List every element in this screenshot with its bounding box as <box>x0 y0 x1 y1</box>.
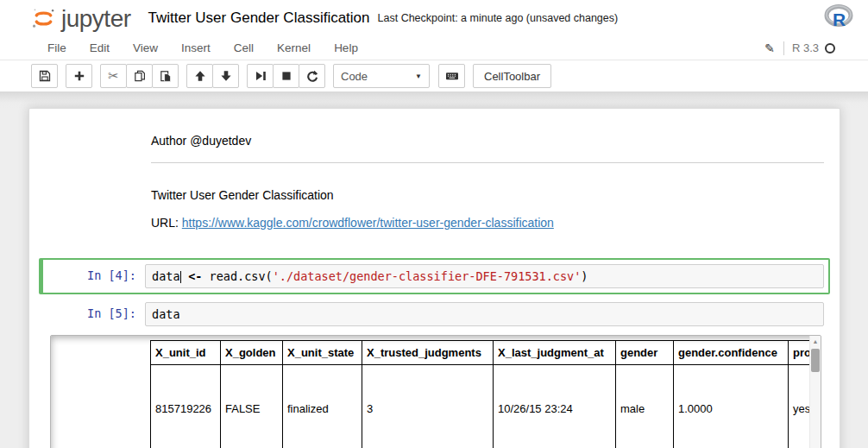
table-cell: 815719226 <box>151 365 221 448</box>
menu-file[interactable]: File <box>47 41 66 54</box>
code-assign-operator: <- <box>181 269 210 283</box>
table-cell: 10/26/15 23:24 <box>494 365 616 448</box>
url-line: URL: https://www.kaggle.com/crowdflower/… <box>151 216 824 230</box>
menu-edit[interactable]: Edit <box>90 41 110 54</box>
intro-title-text: Twitter User Gender Classification <box>151 188 824 202</box>
markdown-divider <box>151 162 824 163</box>
copy-cells-button[interactable] <box>126 64 153 88</box>
divider <box>783 41 784 55</box>
table-cell: male <box>616 365 674 448</box>
jupyter-logo-icon <box>30 5 57 32</box>
code-cell-4[interactable]: In [4]: data <- read.csv('./dataset/gend… <box>39 258 830 294</box>
col-header: X_unit_id <box>151 341 221 365</box>
dataframe-output-table: X_unit_id X_golden X_unit_state X_truste… <box>150 340 821 448</box>
celltoolbar-button[interactable]: CellToolbar <box>473 64 551 88</box>
table-row: 815719226 FALSE finalized 3 10/26/15 23:… <box>151 365 822 448</box>
col-header: gender.confidence <box>674 341 789 365</box>
scrollbar-thumb[interactable] <box>811 349 820 372</box>
app-chrome: jupyter Twitter User Gender Classificati… <box>0 0 868 91</box>
jupyter-logo-text: jupyter <box>61 6 131 32</box>
code-editor-5[interactable]: data <box>145 302 824 326</box>
save-button[interactable] <box>31 64 58 88</box>
scrollbar-up-arrow-icon[interactable]: ▲ <box>810 336 821 347</box>
kaggle-dataset-link[interactable]: https://www.kaggle.com/crowdflower/twitt… <box>182 216 554 230</box>
menu-help[interactable]: Help <box>334 41 358 54</box>
markdown-cell-intro[interactable]: Twitter User Gender Classification URL: … <box>39 169 830 249</box>
code-function-call: read.csv( <box>210 269 273 283</box>
notebook-site: Author @duyetdev Twitter User Gender Cla… <box>0 91 868 448</box>
table-cell: FALSE <box>221 365 283 448</box>
paste-icon <box>160 70 172 82</box>
kernel-idle-indicator-icon <box>825 43 835 54</box>
col-header: X_golden <box>221 341 283 365</box>
menu-cell[interactable]: Cell <box>234 41 254 54</box>
interrupt-kernel-button[interactable] <box>273 64 299 88</box>
input-prompt-4: In [4]: <box>47 264 145 288</box>
notebook-container: Author @duyetdev Twitter User Gender Cla… <box>28 108 840 448</box>
code-variable: data <box>152 307 180 321</box>
arrow-up-icon <box>194 70 206 82</box>
command-palette-button[interactable] <box>438 64 465 88</box>
cut-cells-button[interactable]: ✂ <box>100 64 127 88</box>
toolbar: ✂ <box>0 60 868 91</box>
code-close-paren: ) <box>581 269 588 283</box>
restart-icon <box>306 70 318 82</box>
table-cell: 1.0000 <box>674 365 789 448</box>
run-cell-button[interactable] <box>247 64 274 88</box>
cell-prompt-empty <box>47 175 145 243</box>
edit-mode-pencil-icon: ✎ <box>764 41 775 55</box>
paste-cells-button[interactable] <box>152 64 179 88</box>
insert-cell-below-button[interactable] <box>66 64 92 88</box>
code-string-literal: './dataset/gender-classifier-DFE-791531.… <box>273 269 582 283</box>
checkpoint-status: Last Checkpoint: a minute ago (unsaved c… <box>378 12 619 24</box>
keyboard-icon <box>445 70 459 82</box>
kernel-name: R 3.3 <box>792 41 819 54</box>
cell-type-value: Code <box>341 70 368 83</box>
stop-icon <box>280 70 292 82</box>
move-cell-down-button[interactable] <box>212 64 239 88</box>
table-header-row: X_unit_id X_golden X_unit_state X_truste… <box>151 341 822 365</box>
plus-icon <box>73 70 85 82</box>
menu-view[interactable]: View <box>133 41 158 54</box>
chevron-down-icon: ▼ <box>415 73 422 80</box>
svg-text:R: R <box>833 9 846 29</box>
cell-prompt-empty <box>47 126 145 163</box>
col-header: X_trusted_judgments <box>362 341 494 365</box>
jupyter-logo[interactable]: jupyter <box>30 5 131 32</box>
col-header: gender <box>616 341 674 365</box>
menu-insert[interactable]: Insert <box>181 41 211 54</box>
cell-type-select[interactable]: Code ▼ <box>333 64 430 88</box>
author-text: Author @duyetdev <box>151 134 824 148</box>
table-cell: 3 <box>362 365 494 448</box>
col-header: X_unit_state <box>283 341 362 365</box>
output-scroll-area[interactable]: X_unit_id X_golden X_unit_state X_truste… <box>50 335 821 448</box>
code-variable: data <box>152 269 180 283</box>
r-kernel-logo-icon: R <box>823 3 854 34</box>
copy-icon <box>134 70 146 82</box>
table-cell: finalized <box>283 365 362 448</box>
code-cell-5[interactable]: In [5]: data <box>39 296 830 332</box>
scissors-icon: ✂ <box>108 70 119 82</box>
output-vertical-scrollbar[interactable]: ▲ <box>809 336 821 448</box>
arrow-down-icon <box>220 70 232 82</box>
menubar-right: ✎ R 3.3 <box>764 41 835 55</box>
notebook-title[interactable]: Twitter User Gender Classification <box>148 9 370 27</box>
menu-kernel[interactable]: Kernel <box>277 41 311 54</box>
col-header: X_last_judgment_at <box>494 341 616 365</box>
code-editor-4[interactable]: data <- read.csv('./dataset/gender-class… <box>145 264 824 288</box>
run-icon <box>255 70 267 82</box>
markdown-cell-author[interactable]: Author @duyetdev <box>39 120 830 169</box>
url-label: URL: <box>151 216 182 230</box>
restart-kernel-button[interactable] <box>299 64 325 88</box>
header-bar: jupyter Twitter User Gender Classificati… <box>0 0 868 36</box>
input-prompt-5: In [5]: <box>47 302 145 326</box>
menubar: File Edit View Insert Cell Kernel Help ✎… <box>0 36 868 60</box>
move-cell-up-button[interactable] <box>186 64 213 88</box>
save-icon <box>39 70 51 82</box>
